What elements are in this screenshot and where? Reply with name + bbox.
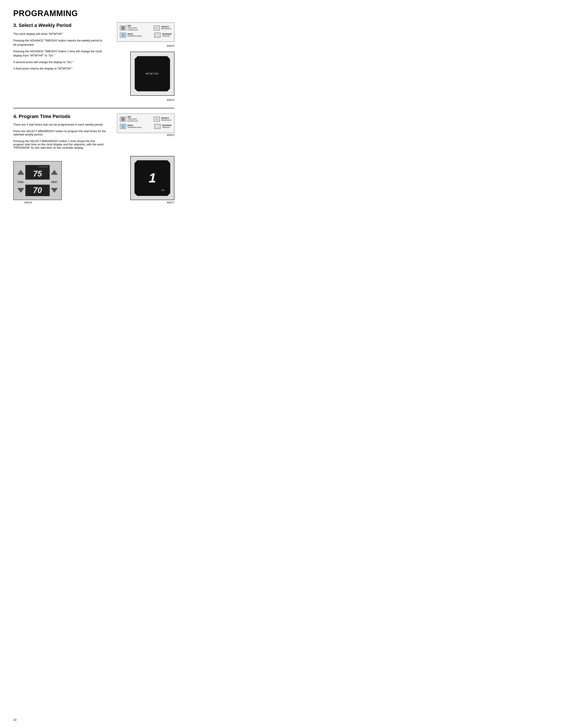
temp-top-value: 75 [27,170,48,178]
temp-bottom-value: 70 [27,186,48,194]
thermostat-full-container: PROGRAM 75 COOL HEAT [13,161,62,204]
min-hr-day-label: MIN/HR/DAY [161,28,171,30]
section-4-top: 4. Program Time Periods There are 4 star… [13,114,174,149]
thermostat-mtwthf-text: MTWTHF [146,72,159,75]
program-label: PROGRAM [38,166,48,168]
page-title: PROGRAMMING [13,9,174,18]
section-3-para-5: A third press returns the display to "MT… [13,66,106,71]
thermostat-display-3: MTWTHF [130,52,174,96]
section-3-para-2: Pressing the ADVANCE TIME/DAY button sel… [13,38,106,47]
control-panel-4-ref: A95575 [167,134,174,136]
globe-icon-4: 🌐 [120,124,126,129]
section-4-heading: 4. Program Time Periods [13,114,106,119]
thermo-top-row: PROGRAM 75 [16,165,59,180]
temperatures-label: TEMPERATURES [127,35,142,37]
section-3-heading: 3. Select a Weekly Period [13,23,106,28]
clock-am-label: AM [161,189,164,191]
section-4-para-2: Press the SELECT MIN/HR/DAY button to pr… [13,129,106,136]
section-3-para-3: Pressing the ADVANCE TIME/DAY button 1 t… [13,49,106,58]
section-3: 3. Select a Weekly Period The clock disp… [13,23,174,101]
thermo-label-row: COOL HEAT [16,180,59,184]
clock-display-container: 1 AM A95577 [130,156,174,204]
thermostat-3-ref: A95576 [167,99,174,101]
section-divider [13,108,174,108]
clock-digit: 1 [148,171,156,185]
clock-display-ref: A95577 [167,201,174,204]
section-4-diagram: SET TIME/TEMP SCHEDULES ☞ SELECT MIN/HR/… [113,114,174,149]
section-4-para-3: Pressing the SELECT MIN/HR/DAY button 1 … [13,139,106,149]
clock-display-box: 1 AM [130,156,174,200]
section-4-para-1: There are 4 start times that can be prog… [13,123,106,126]
grid-icon-4 [120,117,126,122]
cool-label: COOL [16,181,25,183]
clock-icon: 🕐 [154,33,160,38]
thermo-screen-top: PROGRAM 75 [25,165,50,180]
control-panel-3: SET TIME/TEMP SCHEDULES ☞ SELECT MIN/HR/… [117,23,174,42]
time-day-label: TIME/DAY [162,35,171,37]
thermo-bottom-row: 70 [16,185,59,196]
section-4-text: 4. Program Time Periods There are 4 star… [13,114,106,149]
thermo-screen-bottom: 70 [25,185,50,196]
thermostat-full-ref: A95578 [24,201,32,204]
cool-up-arrow[interactable] [16,168,25,177]
finger-icon-4: ☞ [154,117,160,122]
section-3-diagram: SET TIME/TEMP SCHEDULES ☞ SELECT MIN/HR/… [113,23,174,101]
section-3-para-4: A second press will change the display t… [13,60,106,64]
heat-label: HEAT [50,181,59,183]
schedules-label: SCHEDULES [127,29,138,31]
heat-up-arrow[interactable] [50,168,59,177]
globe-icon: 🌐 [120,33,126,38]
cool-down-arrow[interactable] [16,186,25,195]
heat-down-arrow[interactable] [50,186,59,195]
section-3-text: 3. Select a Weekly Period The clock disp… [13,23,106,101]
section-3-para-1: The clock display will show "MTWTHF." [13,32,106,36]
section-4-bottom-diagrams: PROGRAM 75 COOL HEAT [13,156,174,204]
control-panel-4: SET TIME/TEMP SCHEDULES ☞ SELECT MIN/HR/… [117,114,174,133]
control-panel-3-ref: A94475 [167,45,174,47]
thermostat-full: PROGRAM 75 COOL HEAT [13,161,62,200]
clock-inner: 1 AM [134,160,170,196]
section-4: 4. Program Time Periods There are 4 star… [13,114,174,204]
finger-icon: ☞ [154,26,160,30]
clock-icon-4: 🕐 [154,124,160,129]
grid-icon [120,26,126,30]
